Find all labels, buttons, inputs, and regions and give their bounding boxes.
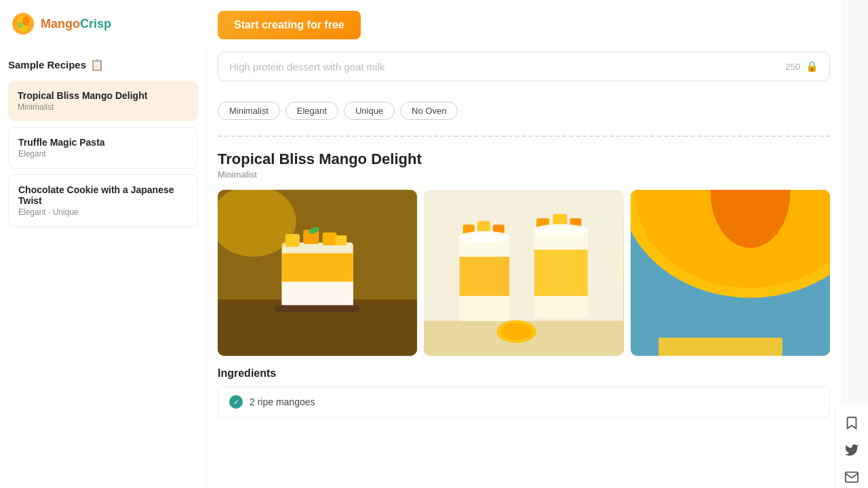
svg-rect-26 [534,296,588,318]
sidebar-icon: 📋 [90,58,104,71]
svg-rect-27 [534,249,588,296]
recipe-main-tag: Minimalist [218,169,422,180]
ingredients-title: Ingredients [218,367,830,380]
cta-banner[interactable]: Start creating for free [218,11,361,39]
recipe-image-3 [631,190,830,356]
social-icons [835,407,868,488]
lock-icon: 🔒 [806,60,818,73]
ingredient-item-1: ✓ 2 ripe mangoes [218,386,830,418]
logo-icon [11,12,35,36]
recipe-card-tags-tropical: Minimalist [18,102,189,112]
tags-container: Minimalist Elegant Unique No Oven [218,102,458,120]
recipe-card-tags-chocolate: Elegant · Unique [18,207,188,217]
svg-rect-42 [658,338,782,356]
recipe-title-section: Tropical Bliss Mango Delight Minimalist [218,150,422,180]
svg-rect-20 [460,257,510,296]
ingredient-text-1: 2 ripe mangoes [250,396,315,407]
char-count: 250 [785,62,800,72]
recipe-images-row [218,190,830,356]
twitter-icon[interactable] [841,439,863,461]
recipe-card-tropical[interactable]: Tropical Bliss Mango Delight Minimalist [8,81,198,121]
search-container[interactable]: High protein dessert with goat milk 250 … [218,52,830,81]
tag-unique[interactable]: Unique [344,102,395,120]
recipe-image-2 [424,190,623,356]
svg-rect-11 [323,232,337,245]
svg-point-31 [534,224,588,235]
search-placeholder: High protein dessert with goat milk [229,61,785,73]
recipe-card-title-chocolate: Chocolate Cookie with a Japanese Twist [18,184,188,206]
email-icon[interactable] [841,466,863,488]
svg-rect-19 [460,292,510,321]
tag-no-oven[interactable]: No Oven [400,102,458,120]
sidebar-header: Sample Recipes 📋 [8,58,198,71]
recipe-card-tags-truffle: Elegant [18,149,188,159]
header: MangoCrisp [0,0,207,47]
svg-point-2 [22,16,29,26]
svg-rect-14 [275,305,360,312]
section-divider [218,136,830,137]
sidebar-title: Sample Recipes [8,59,86,70]
tag-minimalist[interactable]: Minimalist [218,102,280,120]
ingredients-section: Ingredients ✓ 2 ripe mangoes [218,367,830,422]
search-meta: 250 🔒 [785,60,818,73]
svg-point-33 [501,323,532,340]
cta-label: Start creating for free [234,19,344,30]
recipe-main-title: Tropical Bliss Mango Delight [218,150,422,168]
recipe-card-title-truffle: Truffle Magic Pasta [18,137,188,148]
svg-point-3 [18,22,23,28]
tag-elegant[interactable]: Elegant [285,102,338,120]
recipe-card-chocolate[interactable]: Chocolate Cookie with a Japanese Twist E… [8,174,198,227]
bookmark-icon[interactable] [841,412,863,434]
svg-rect-7 [282,278,353,306]
recipe-card-truffle[interactable]: Truffle Magic Pasta Elegant [8,127,198,169]
svg-rect-8 [282,253,353,282]
recipe-image-1 [218,190,417,356]
main-content: Start creating for free High protein des… [207,0,841,488]
svg-rect-12 [335,235,347,245]
logo-text: MangoCrisp [41,17,111,31]
sidebar: Sample Recipes 📋 Tropical Bliss Mango De… [0,47,207,488]
svg-rect-22 [477,221,490,232]
recipe-card-title-tropical: Tropical Bliss Mango Delight [18,90,189,101]
svg-point-24 [459,231,511,243]
check-icon-1: ✓ [229,395,243,409]
